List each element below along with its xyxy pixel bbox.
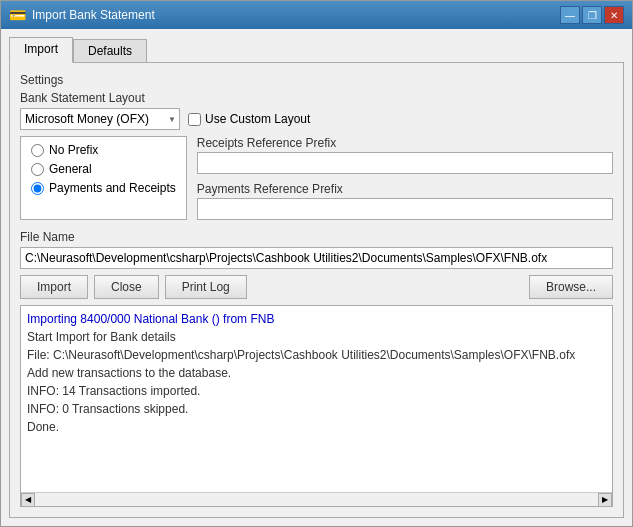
action-buttons: Import Close Print Log Browse...: [20, 275, 613, 299]
receipts-prefix-group: Receipts Reference Prefix: [197, 136, 613, 174]
radio-general[interactable]: General: [31, 162, 176, 176]
window-close-button[interactable]: ✕: [604, 6, 624, 24]
settings-label: Settings: [20, 73, 613, 87]
layout-select[interactable]: Microsoft Money (OFX)Quicken (QIF)CSVMT9…: [20, 108, 180, 130]
use-custom-layout-checkbox[interactable]: [188, 113, 201, 126]
payments-prefix-group: Payments Reference Prefix: [197, 182, 613, 220]
file-name-label: File Name: [20, 230, 613, 244]
radio-no-prefix[interactable]: No Prefix: [31, 143, 176, 157]
log-line: Add new transactions to the database.: [27, 364, 606, 382]
horizontal-scrollbar[interactable]: ◀ ▶: [21, 492, 612, 506]
log-area: Importing 8400/000 National Bank () from…: [20, 305, 613, 507]
layout-select-wrapper: Microsoft Money (OFX)Quicken (QIF)CSVMT9…: [20, 108, 180, 130]
file-name-input[interactable]: [20, 247, 613, 269]
use-custom-layout-label[interactable]: Use Custom Layout: [188, 112, 310, 126]
log-line: Start Import for Bank details: [27, 328, 606, 346]
log-content: Importing 8400/000 National Bank () from…: [21, 306, 612, 492]
tab-content: Settings Bank Statement Layout Microsoft…: [9, 62, 624, 518]
receipts-prefix-label: Receipts Reference Prefix: [197, 136, 613, 150]
window-title: Import Bank Statement: [32, 8, 155, 22]
print-log-button[interactable]: Print Log: [165, 275, 247, 299]
tab-defaults[interactable]: Defaults: [73, 39, 147, 63]
window-icon: 💳: [9, 7, 26, 23]
minimize-button[interactable]: —: [560, 6, 580, 24]
prefix-section: Receipts Reference Prefix Payments Refer…: [197, 136, 613, 220]
browse-button[interactable]: Browse...: [529, 275, 613, 299]
close-button[interactable]: Close: [94, 275, 159, 299]
window-content: Import Defaults Settings Bank Statement …: [1, 29, 632, 526]
log-line: Done.: [27, 418, 606, 436]
title-bar: 💳 Import Bank Statement — ❐ ✕: [1, 1, 632, 29]
title-bar-left: 💳 Import Bank Statement: [9, 7, 155, 23]
tab-bar: Import Defaults: [9, 37, 624, 63]
layout-row: Microsoft Money (OFX)Quicken (QIF)CSVMT9…: [20, 108, 613, 130]
payments-prefix-input[interactable]: [197, 198, 613, 220]
radio-payments-receipts-input[interactable]: [31, 182, 44, 195]
radio-general-input[interactable]: [31, 163, 44, 176]
payments-prefix-label: Payments Reference Prefix: [197, 182, 613, 196]
import-button[interactable]: Import: [20, 275, 88, 299]
title-buttons: — ❐ ✕: [560, 6, 624, 24]
scrollbar-track[interactable]: [35, 493, 598, 506]
bank-statement-layout-label: Bank Statement Layout: [20, 91, 613, 105]
log-line: INFO: 14 Transactions imported.: [27, 382, 606, 400]
log-line: Importing 8400/000 National Bank () from…: [27, 310, 606, 328]
radio-no-prefix-input[interactable]: [31, 144, 44, 157]
options-area: No Prefix General Payments and Receipts: [20, 136, 613, 220]
receipts-prefix-input[interactable]: [197, 152, 613, 174]
scroll-right-arrow[interactable]: ▶: [598, 493, 612, 507]
log-line: File: C:\Neurasoft\Development\csharp\Pr…: [27, 346, 606, 364]
radio-group: No Prefix General Payments and Receipts: [20, 136, 187, 220]
tab-import[interactable]: Import: [9, 37, 73, 63]
main-window: 💳 Import Bank Statement — ❐ ✕ Import Def…: [0, 0, 633, 527]
file-name-section: File Name: [20, 230, 613, 269]
scroll-left-arrow[interactable]: ◀: [21, 493, 35, 507]
log-line: INFO: 0 Transactions skipped.: [27, 400, 606, 418]
radio-payments-receipts[interactable]: Payments and Receipts: [31, 181, 176, 195]
settings-section: Settings Bank Statement Layout Microsoft…: [20, 73, 613, 226]
restore-button[interactable]: ❐: [582, 6, 602, 24]
